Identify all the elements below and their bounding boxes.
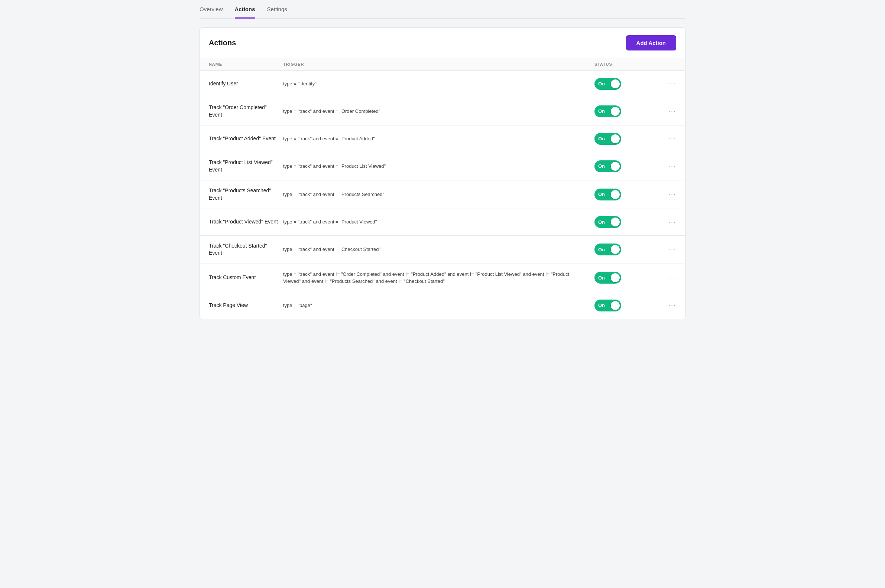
toggle-label: On bbox=[598, 164, 605, 169]
toggle-label: On bbox=[598, 108, 605, 114]
status-toggle[interactable]: On bbox=[595, 300, 621, 312]
row-status: On bbox=[595, 243, 661, 255]
row-name: Track Page View bbox=[209, 302, 283, 309]
row-status: On bbox=[595, 272, 661, 284]
table-row: Track "Product List Viewed" Event type =… bbox=[200, 152, 685, 180]
toggle-circle bbox=[611, 107, 620, 116]
tab-settings[interactable]: Settings bbox=[267, 6, 287, 18]
more-menu-button[interactable]: ··· bbox=[661, 218, 676, 226]
more-menu-button[interactable]: ··· bbox=[661, 80, 676, 88]
row-trigger: type = "track" and event = "Order Comple… bbox=[283, 108, 595, 115]
card-title: Actions bbox=[209, 39, 236, 47]
row-status: On bbox=[595, 78, 661, 90]
status-toggle[interactable]: On bbox=[595, 78, 621, 90]
row-status: On bbox=[595, 189, 661, 201]
row-trigger: type = "track" and event = "Checkout Sta… bbox=[283, 246, 595, 253]
toggle-circle bbox=[611, 162, 620, 171]
row-trigger: type = "page" bbox=[283, 302, 595, 309]
row-status: On bbox=[595, 300, 661, 312]
row-trigger: type = "track" and event != "Order Compl… bbox=[283, 271, 595, 285]
actions-card: Actions Add Action NAME TRIGGER STATUS I… bbox=[200, 27, 685, 319]
toggle-circle bbox=[611, 134, 620, 143]
table-header: NAME TRIGGER STATUS bbox=[200, 58, 685, 70]
toggle-label: On bbox=[598, 136, 605, 141]
row-name: Track "Order Completed" Event bbox=[209, 104, 283, 118]
more-menu-button[interactable]: ··· bbox=[661, 107, 676, 115]
tab-overview[interactable]: Overview bbox=[200, 6, 223, 18]
tab-actions[interactable]: Actions bbox=[235, 6, 255, 18]
col-status-header: STATUS bbox=[595, 62, 661, 66]
status-toggle[interactable]: On bbox=[595, 272, 621, 284]
more-menu-button[interactable]: ··· bbox=[661, 135, 676, 142]
row-status: On bbox=[595, 133, 661, 145]
toggle-label: On bbox=[598, 275, 605, 280]
row-name: Track "Product List Viewed" Event bbox=[209, 159, 283, 173]
toggle-label: On bbox=[598, 192, 605, 197]
add-action-button[interactable]: Add Action bbox=[626, 35, 676, 51]
toggle-label: On bbox=[598, 81, 605, 87]
table-row: Track "Products Searched" Event type = "… bbox=[200, 180, 685, 208]
table-row: Track "Product Viewed" Event type = "tra… bbox=[200, 209, 685, 236]
toggle-circle bbox=[611, 273, 620, 282]
toggle-circle bbox=[611, 301, 620, 310]
row-name: Track "Product Added" Event bbox=[209, 135, 283, 142]
toggle-circle bbox=[611, 218, 620, 226]
toggle-circle bbox=[611, 80, 620, 88]
col-actions-header bbox=[661, 62, 676, 66]
toggle-label: On bbox=[598, 247, 605, 252]
tabs-nav: Overview Actions Settings bbox=[200, 0, 685, 18]
row-name: Identify User bbox=[209, 80, 283, 88]
row-name: Track "Product Viewed" Event bbox=[209, 218, 283, 226]
row-trigger: type = "identify" bbox=[283, 80, 595, 88]
table-row: Track Page View type = "page" On ··· bbox=[200, 292, 685, 319]
status-toggle[interactable]: On bbox=[595, 105, 621, 117]
status-toggle[interactable]: On bbox=[595, 189, 621, 201]
table-row: Track "Product Added" Event type = "trac… bbox=[200, 126, 685, 152]
more-menu-button[interactable]: ··· bbox=[661, 302, 676, 309]
row-status: On bbox=[595, 216, 661, 228]
col-trigger-header: TRIGGER bbox=[283, 62, 595, 66]
table-row: Track Custom Event type = "track" and ev… bbox=[200, 264, 685, 292]
table-row: Track "Order Completed" Event type = "tr… bbox=[200, 97, 685, 126]
more-menu-button[interactable]: ··· bbox=[661, 274, 676, 282]
row-trigger: type = "track" and event = "Products Sea… bbox=[283, 191, 595, 198]
status-toggle[interactable]: On bbox=[595, 243, 621, 255]
toggle-label: On bbox=[598, 303, 605, 308]
row-trigger: type = "track" and event = "Product Adde… bbox=[283, 135, 595, 142]
row-name: Track "Products Searched" Event bbox=[209, 187, 283, 202]
table-body: Identify User type = "identify" On ··· T… bbox=[200, 70, 685, 319]
status-toggle[interactable]: On bbox=[595, 133, 621, 145]
status-toggle[interactable]: On bbox=[595, 216, 621, 228]
status-toggle[interactable]: On bbox=[595, 160, 621, 172]
toggle-circle bbox=[611, 190, 620, 199]
more-menu-button[interactable]: ··· bbox=[661, 162, 676, 170]
row-status: On bbox=[595, 160, 661, 172]
toggle-label: On bbox=[598, 219, 605, 225]
more-menu-button[interactable]: ··· bbox=[661, 190, 676, 198]
table-row: Track "Checkout Started" Event type = "t… bbox=[200, 236, 685, 264]
row-name: Track Custom Event bbox=[209, 274, 283, 281]
col-name-header: NAME bbox=[209, 62, 283, 66]
row-trigger: type = "track" and event = "Product View… bbox=[283, 218, 595, 226]
card-header: Actions Add Action bbox=[200, 28, 685, 58]
row-name: Track "Checkout Started" Event bbox=[209, 242, 283, 257]
row-status: On bbox=[595, 105, 661, 117]
row-trigger: type = "track" and event = "Product List… bbox=[283, 163, 595, 170]
toggle-circle bbox=[611, 245, 620, 254]
table-row: Identify User type = "identify" On ··· bbox=[200, 70, 685, 97]
more-menu-button[interactable]: ··· bbox=[661, 246, 676, 254]
